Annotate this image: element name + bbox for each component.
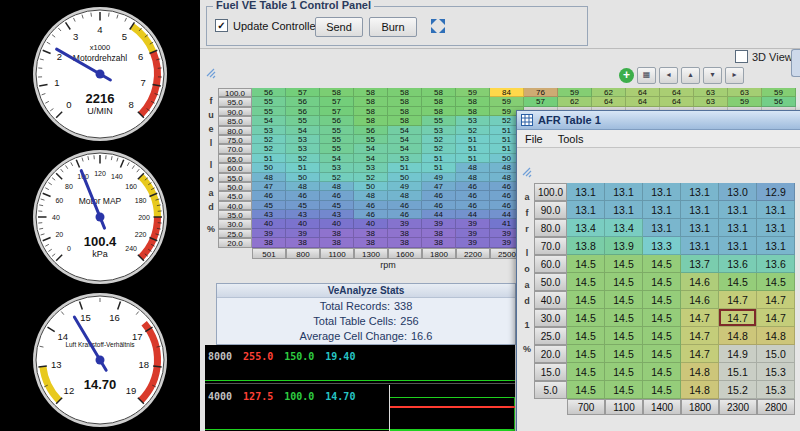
- table-cell[interactable]: 62: [558, 97, 592, 106]
- table-cell[interactable]: 13.1: [681, 183, 719, 201]
- table-cell[interactable]: 52: [320, 173, 354, 182]
- table-cell[interactable]: 59: [762, 88, 796, 97]
- table-cell[interactable]: 49: [422, 173, 456, 182]
- table-cell[interactable]: 13.1: [681, 219, 719, 237]
- table-cell[interactable]: 39: [456, 229, 490, 238]
- table-cell[interactable]: 55: [422, 116, 456, 125]
- row-header[interactable]: 50.0: [534, 273, 567, 291]
- table-cell[interactable]: 53: [354, 163, 388, 172]
- table-cell[interactable]: 13.1: [757, 201, 795, 219]
- table-cell[interactable]: 56: [286, 97, 320, 106]
- table-cell[interactable]: 48: [320, 182, 354, 191]
- row-header[interactable]: 90.0: [534, 201, 567, 219]
- afr-window-titlebar[interactable]: AFR Table 1: [517, 111, 800, 130]
- table-cell[interactable]: 40: [252, 219, 286, 228]
- table-cell[interactable]: 13.1: [719, 219, 757, 237]
- table-cell[interactable]: 14.8: [681, 363, 719, 381]
- table-cell[interactable]: 53: [456, 116, 490, 125]
- row-header[interactable]: 70.0: [218, 144, 252, 153]
- arrow-left-icon[interactable]: ◂: [659, 67, 678, 84]
- table-cell[interactable]: 52: [456, 126, 490, 135]
- table-cell[interactable]: 51: [388, 163, 422, 172]
- table-cell[interactable]: 43: [320, 210, 354, 219]
- table-cell[interactable]: 46: [422, 201, 456, 210]
- arrow-right-icon[interactable]: ▸: [725, 67, 744, 84]
- table-cell[interactable]: 14.5: [567, 381, 605, 399]
- table-cell[interactable]: 48: [354, 191, 388, 200]
- table-cell[interactable]: 39: [456, 238, 490, 247]
- row-header[interactable]: 35.0: [218, 210, 252, 219]
- table-cell[interactable]: 48: [456, 163, 490, 172]
- table-cell[interactable]: 52: [422, 135, 456, 144]
- table-cell[interactable]: 43: [286, 210, 320, 219]
- table-cell[interactable]: 52: [354, 173, 388, 182]
- row-header[interactable]: 55.0: [218, 173, 252, 182]
- table-cell[interactable]: 52: [286, 154, 320, 163]
- row-header[interactable]: 40.0: [534, 291, 567, 309]
- menu-tools[interactable]: Tools: [558, 133, 584, 145]
- table-cell[interactable]: 50: [252, 163, 286, 172]
- row-header[interactable]: 80.0: [534, 219, 567, 237]
- table-cell[interactable]: 76: [524, 88, 558, 97]
- table-cell[interactable]: 15.3: [757, 381, 795, 399]
- table-cell[interactable]: 58: [422, 107, 456, 116]
- table-cell[interactable]: 58: [354, 97, 388, 106]
- table-cell[interactable]: 50: [354, 182, 388, 191]
- table-cell[interactable]: 45: [252, 201, 286, 210]
- table-cell[interactable]: 56: [762, 97, 796, 106]
- table-cell[interactable]: 14.5: [605, 273, 643, 291]
- table-cell[interactable]: 14.5: [605, 291, 643, 309]
- row-header[interactable]: 95.0: [218, 97, 252, 106]
- row-header[interactable]: 40.0: [218, 201, 252, 210]
- table-cell[interactable]: 59: [490, 97, 524, 106]
- table-cell[interactable]: 53: [286, 144, 320, 153]
- table-cell[interactable]: 52: [252, 135, 286, 144]
- table-cell[interactable]: 14.5: [643, 381, 681, 399]
- table-cell[interactable]: 13.0: [719, 183, 757, 201]
- table-cell[interactable]: 14.7: [757, 309, 795, 327]
- table-cell[interactable]: 38: [252, 238, 286, 247]
- add-icon[interactable]: +: [619, 68, 634, 83]
- table-cell[interactable]: 55: [320, 126, 354, 135]
- row-header[interactable]: 70.0: [534, 237, 567, 255]
- menu-file[interactable]: File: [525, 133, 543, 145]
- table-cell[interactable]: 46: [456, 201, 490, 210]
- table-cell[interactable]: 59: [728, 97, 762, 106]
- table-cell[interactable]: 13.1: [719, 237, 757, 255]
- table-cell[interactable]: 38: [320, 229, 354, 238]
- table-cell[interactable]: 58: [388, 97, 422, 106]
- table-cell[interactable]: 14.5: [567, 273, 605, 291]
- row-header[interactable]: 25.0: [534, 327, 567, 345]
- 3d-view-checkbox[interactable]: 3D View: [735, 50, 793, 63]
- table-cell[interactable]: 40: [354, 219, 388, 228]
- table-cell[interactable]: 13.1: [567, 183, 605, 201]
- table-cell[interactable]: 58: [422, 88, 456, 97]
- row-header[interactable]: 50.0: [218, 182, 252, 191]
- table-cell[interactable]: 52: [422, 144, 456, 153]
- table-cell[interactable]: 14.5: [605, 363, 643, 381]
- column-header[interactable]: 1400: [643, 399, 681, 415]
- column-header[interactable]: 2200: [456, 248, 490, 259]
- table-cell[interactable]: 14.7: [757, 291, 795, 309]
- table-cell[interactable]: 15.1: [719, 363, 757, 381]
- table-cell[interactable]: 13.4: [605, 219, 643, 237]
- table-cell[interactable]: 38: [388, 229, 422, 238]
- table-cell[interactable]: 14.5: [643, 273, 681, 291]
- table-cell[interactable]: 38: [388, 238, 422, 247]
- table-cell[interactable]: 53: [388, 154, 422, 163]
- table-cell[interactable]: 84: [490, 88, 524, 97]
- table-view-icon[interactable]: ▦: [637, 67, 656, 84]
- row-header[interactable]: 20.0: [218, 238, 252, 247]
- table-cell[interactable]: 13.3: [643, 237, 681, 255]
- table-cell[interactable]: 50: [388, 173, 422, 182]
- table-cell[interactable]: 38: [320, 238, 354, 247]
- table-cell[interactable]: 50: [286, 173, 320, 182]
- table-cell[interactable]: 55: [320, 135, 354, 144]
- table-cell[interactable]: 54: [388, 144, 422, 153]
- table-cell[interactable]: 14.5: [643, 345, 681, 363]
- row-header[interactable]: 80.0: [218, 126, 252, 135]
- table-cell[interactable]: 44: [456, 210, 490, 219]
- table-cell[interactable]: 58: [456, 107, 490, 116]
- row-header[interactable]: 100.0: [534, 183, 567, 201]
- table-cell[interactable]: 51: [252, 154, 286, 163]
